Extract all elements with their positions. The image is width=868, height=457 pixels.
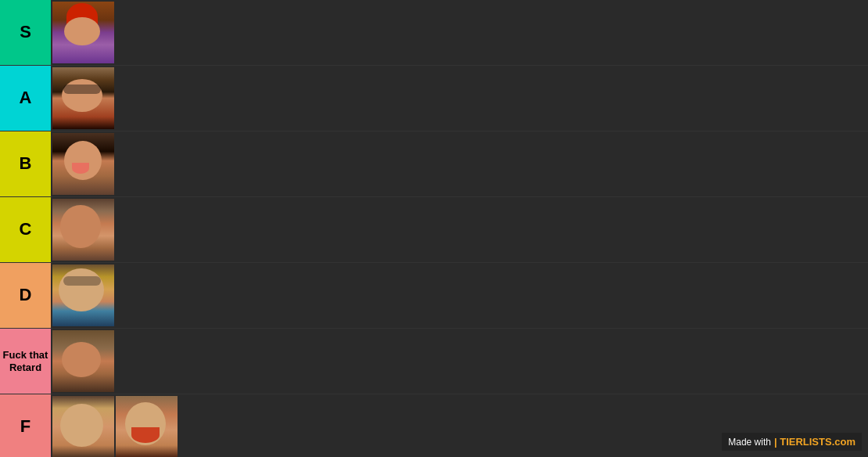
tier-items-b bbox=[51, 131, 868, 196]
tier-image-b1 bbox=[52, 133, 114, 195]
tier-items-d bbox=[51, 263, 868, 328]
tier-items-c bbox=[51, 197, 868, 262]
tier-label-b: B bbox=[0, 131, 51, 196]
tier-label-f: F bbox=[0, 394, 51, 457]
tier-label-a: A bbox=[0, 66, 51, 131]
tier-image-ftr1 bbox=[52, 330, 114, 392]
tier-row-a: A bbox=[0, 66, 868, 131]
tier-image-f2 bbox=[116, 396, 178, 457]
tier-items-s bbox=[51, 0, 868, 65]
tier-items-a bbox=[51, 66, 868, 131]
tier-row-ftr: Fuck that Retard bbox=[0, 329, 868, 394]
tier-row-d: D bbox=[0, 263, 868, 329]
tier-image-s1 bbox=[52, 2, 114, 63]
tier-row-c: C bbox=[0, 197, 868, 263]
tier-row-s: S bbox=[0, 0, 868, 66]
tier-items-ftr bbox=[51, 329, 868, 394]
tier-label-s: S bbox=[0, 0, 51, 65]
tier-image-c1 bbox=[52, 199, 114, 261]
tier-row-b: B bbox=[0, 131, 868, 197]
tier-image-f1 bbox=[52, 396, 114, 457]
tier-label-c: C bbox=[0, 197, 51, 262]
tier-image-a1 bbox=[52, 67, 114, 129]
watermark-logo: | TIERLISTS.com bbox=[774, 436, 855, 448]
watermark-text: Made with bbox=[728, 437, 771, 448]
tier-label-d: D bbox=[0, 263, 51, 328]
tier-image-d1 bbox=[52, 264, 114, 326]
tier-list: S A B C D Fuck that Retard bbox=[0, 0, 868, 457]
watermark: Made with | TIERLISTS.com bbox=[722, 433, 862, 451]
tier-label-ftr: Fuck that Retard bbox=[0, 329, 51, 394]
